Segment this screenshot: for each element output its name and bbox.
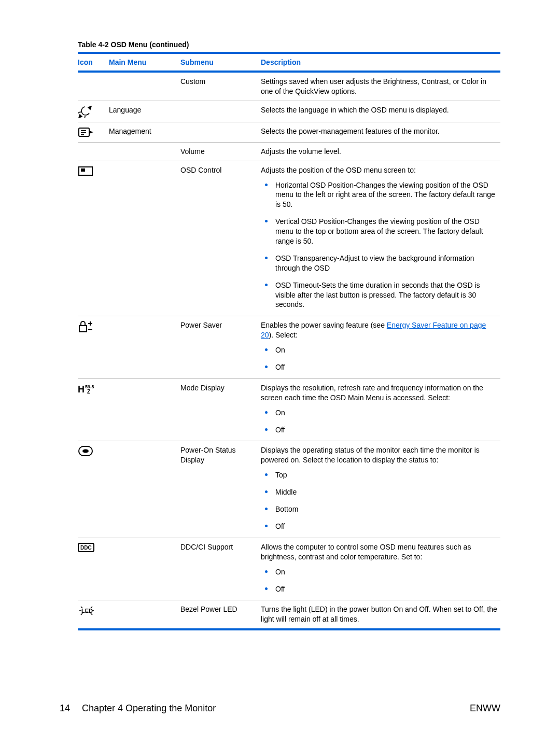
page-number: 14 [60, 703, 70, 713]
table-row: Power Saver Enables the power saving fea… [78, 316, 500, 379]
bullet-list: On Off [261, 567, 498, 594]
bullet-list: On Off [261, 408, 498, 435]
mainmenu-label: Management [109, 122, 180, 142]
table-row: Volume Adjusts the volume level. [78, 142, 500, 161]
submenu-label: Bezel Power LED [180, 600, 261, 628]
th-sub: Submenu [180, 54, 261, 71]
th-icon: Icon [78, 54, 109, 71]
caption-prefix: Table 4-2 [78, 40, 109, 49]
submenu-label: OSD Control [180, 161, 261, 316]
osd-menu-table: Icon Main Menu Submenu Description Custo… [78, 54, 500, 630]
list-item: On [275, 567, 498, 577]
th-main: Main Menu [109, 54, 180, 71]
power-on-status-icon [78, 445, 107, 457]
table-row: Power-On Status Display Displays the ope… [78, 441, 500, 538]
power-saver-icon [78, 320, 107, 334]
list-item: Vertical OSD Position-Changes the viewin… [275, 217, 498, 246]
table-row: OSD Control Adjusts the position of the … [78, 161, 500, 316]
chapter-title: Chapter 4 Operating the Monitor [82, 703, 216, 713]
th-desc: Description [261, 54, 500, 71]
description-text: Adjusts the volume level. [261, 142, 500, 161]
description-text: Displays the operating status of the mon… [261, 446, 480, 464]
list-item: Top [275, 470, 498, 480]
svg-rect-6 [81, 168, 85, 172]
bezel-led-icon: LED [78, 605, 107, 617]
list-item: Bottom [275, 504, 498, 514]
table-caption: Table 4-2 OSD Menu (continued) [78, 40, 500, 49]
svg-marker-4 [89, 131, 93, 134]
svg-rect-5 [79, 167, 92, 175]
table-row: Management Selects the power-management … [78, 122, 500, 142]
submenu-label: Power Saver [180, 316, 261, 379]
description-text: Displays the resolution, refresh rate an… [261, 384, 483, 402]
list-item: On [275, 408, 498, 418]
submenu-label: DDC/CI Support [180, 538, 261, 600]
svg-text:LED: LED [81, 608, 93, 614]
page-footer: 14 Chapter 4 Operating the Monitor ENWW [60, 703, 500, 714]
description-before: Enables the power saving feature (see [261, 321, 387, 329]
list-item: Off [275, 425, 498, 435]
table-row: LED Bezel Power LED Turns the light (L [78, 600, 500, 628]
table-header-row: Icon Main Menu Submenu Description [78, 54, 500, 71]
list-item: Off [275, 522, 498, 531]
table-row: H 59.8 Z Mode Display Displays the resol… [78, 378, 500, 441]
table-bottom-rule [78, 628, 500, 630]
svg-text:Z: Z [87, 389, 90, 395]
description-after: ). Select: [269, 331, 298, 339]
svg-text:DDC: DDC [80, 545, 92, 551]
table-row: Language Selects the language in which t… [78, 101, 500, 122]
svg-rect-7 [79, 326, 87, 332]
list-item: On [275, 345, 498, 355]
mainmenu-label: Language [109, 101, 180, 122]
description-text: Allows the computer to control some OSD … [261, 543, 471, 561]
list-item: Horizontal OSD Position-Changes the view… [275, 180, 498, 210]
list-item: Middle [275, 487, 498, 497]
submenu-label: Mode Display [180, 378, 261, 441]
mode-display-icon: H 59.8 Z [78, 383, 107, 396]
osd-control-icon [78, 165, 107, 177]
description-text: Selects the power-management features of… [261, 122, 500, 142]
caption-rest: OSD Menu (continued) [109, 40, 189, 49]
bullet-list: On Off [261, 345, 498, 372]
list-item: Off [275, 584, 498, 594]
footer-right: ENWW [470, 703, 500, 714]
table-bottom-rule-row [78, 628, 500, 630]
list-item: Off [275, 362, 498, 372]
bullet-list: Horizontal OSD Position-Changes the view… [261, 180, 498, 310]
ddc-icon: DDC [78, 542, 107, 553]
submenu-label: Custom [180, 73, 261, 101]
svg-point-15 [82, 449, 89, 453]
description-text: Settings saved when user adjusts the Bri… [261, 73, 500, 101]
list-item: OSD Timeout-Sets the time duration in se… [275, 280, 498, 310]
table-row: Custom Settings saved when user adjusts … [78, 73, 500, 101]
description-text: Turns the light (LED) in the power butto… [261, 600, 500, 628]
table-row: DDC DDC/CI Support Allows the computer t… [78, 538, 500, 600]
description-text: Adjusts the position of the OSD menu scr… [261, 166, 416, 174]
management-icon [78, 126, 107, 138]
submenu-label: Volume [180, 142, 261, 161]
list-item: OSD Transparency-Adjust to view the back… [275, 254, 498, 273]
description-text: Selects the language in which the OSD me… [261, 101, 500, 122]
submenu-label: Power-On Status Display [180, 441, 261, 538]
bullet-list: Top Middle Bottom Off [261, 470, 498, 531]
language-icon [78, 105, 107, 118]
svg-text:H: H [78, 384, 85, 395]
